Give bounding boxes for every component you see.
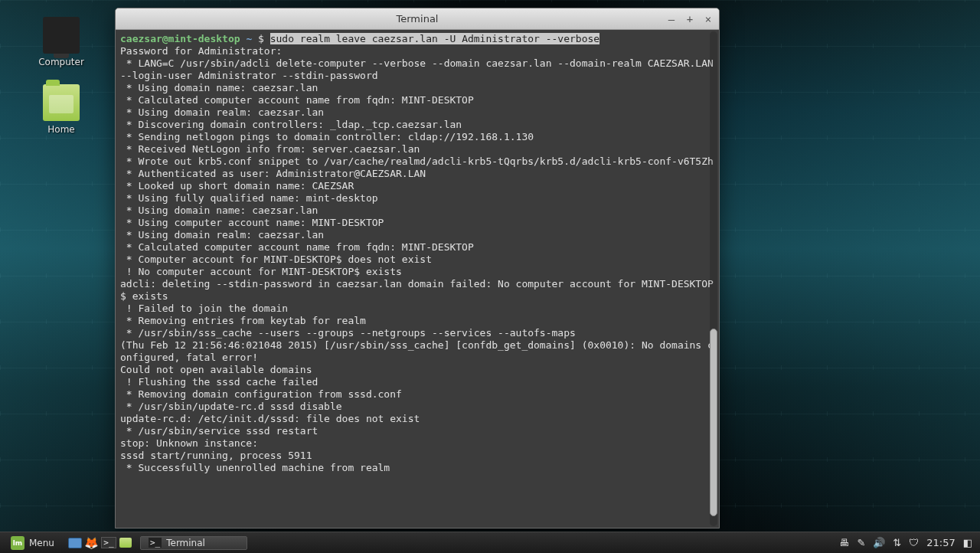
terminal-icon: >_ <box>149 538 162 548</box>
window-close-button[interactable]: × <box>702 13 714 25</box>
terminal-body[interactable]: caezsar@mint-desktop ~ $ sudo realm leav… <box>116 30 719 528</box>
window-titlebar[interactable]: Terminal — + × <box>116 8 719 30</box>
monitor-icon <box>43 17 80 54</box>
firefox-icon: 🦊 <box>84 536 99 550</box>
window-title: Terminal <box>397 13 439 25</box>
window-minimize-button[interactable]: — <box>665 13 678 25</box>
window-maximize-button[interactable]: + <box>684 13 696 25</box>
tray-update-icon[interactable]: ✎ <box>857 537 865 548</box>
files-icon <box>119 538 132 548</box>
terminal-output: Password for Administrator: * LANG=C /us… <box>120 45 719 473</box>
tray-shield-icon[interactable]: 🛡 <box>909 537 919 548</box>
clock[interactable]: 21:57 <box>926 537 955 548</box>
terminal-scrollbar[interactable] <box>710 31 717 526</box>
taskbar: Menu 🦊 >_ >_ Terminal 🖶 ✎ 🔊 ⇅ 🛡 21:57 ◧ <box>0 532 980 553</box>
desktop-icon-home[interactable]: Home <box>31 84 92 135</box>
folder-icon <box>43 84 80 121</box>
desktop-icon-label: Computer <box>38 57 84 67</box>
mint-logo-icon <box>11 536 24 550</box>
task-label: Terminal <box>166 538 205 548</box>
tray-user-icon[interactable]: ◧ <box>963 537 972 548</box>
system-tray: 🖶 ✎ 🔊 ⇅ 🛡 21:57 ◧ <box>839 537 977 548</box>
desktop-icon-computer[interactable]: Computer <box>31 17 92 67</box>
terminal-icon: >_ <box>101 537 116 548</box>
files-launcher[interactable] <box>117 535 134 551</box>
prompt-path: ~ <box>246 33 252 44</box>
desktop-icon-label: Home <box>47 124 74 135</box>
menu-button[interactable]: Menu <box>3 535 62 551</box>
tray-network-icon[interactable]: ⇅ <box>893 537 901 548</box>
show-desktop-button[interactable] <box>67 535 83 551</box>
terminal-window[interactable]: Terminal — + × caezsar@mint-desktop ~ $ … <box>115 8 720 528</box>
taskbar-entry-terminal[interactable]: >_ Terminal <box>140 536 247 550</box>
tray-volume-icon[interactable]: 🔊 <box>873 537 885 548</box>
prompt-symbol: $ <box>258 33 264 44</box>
terminal-command: sudo realm leave caezsar.lan -U Administ… <box>270 33 599 44</box>
desktop-toggle-icon <box>68 538 82 548</box>
prompt-userhost: caezsar@mint-desktop <box>120 33 240 44</box>
menu-label: Menu <box>29 538 54 548</box>
scrollbar-thumb[interactable] <box>710 329 717 516</box>
tray-printer-icon[interactable]: 🖶 <box>839 537 849 548</box>
terminal-launcher[interactable]: >_ <box>100 535 117 551</box>
firefox-launcher[interactable]: 🦊 <box>83 535 100 551</box>
